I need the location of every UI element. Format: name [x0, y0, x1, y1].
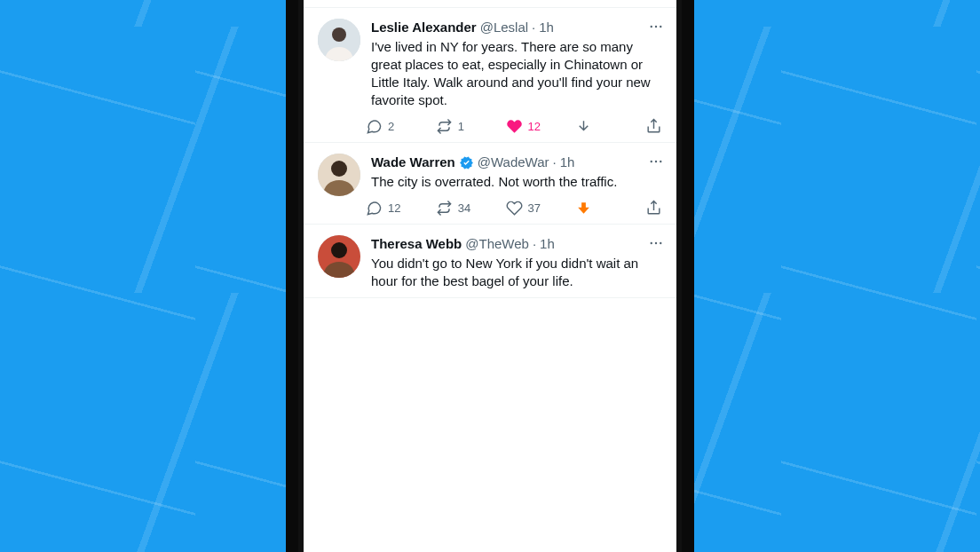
- reply-button[interactable]: 12: [366, 200, 436, 217]
- svg-point-11: [331, 242, 347, 258]
- tweet[interactable]: Wade Warren @WadeWar · 1h The city is ov…: [304, 143, 676, 225]
- reply-count: 2: [388, 120, 394, 133]
- verified-badge-icon: [459, 155, 474, 170]
- retweet-button[interactable]: 34: [436, 200, 506, 217]
- like-count: 12: [528, 120, 541, 133]
- retweet-icon: [436, 118, 453, 135]
- svg-point-3: [655, 26, 657, 28]
- downvote-icon-filled: [575, 200, 592, 217]
- reply-icon: [366, 118, 383, 135]
- tweet-text: I've lived in NY for years. There are so…: [371, 38, 662, 109]
- tweet-text: You didn't go to New York if you didn't …: [371, 255, 662, 290]
- svg-point-6: [331, 161, 347, 177]
- author-handle[interactable]: @Leslal: [480, 19, 528, 36]
- svg-point-1: [332, 28, 346, 42]
- downvote-button[interactable]: [575, 118, 645, 135]
- retweet-count: 1: [458, 120, 464, 133]
- avatar[interactable]: [318, 235, 360, 278]
- like-count: 37: [528, 201, 541, 215]
- reply-count: 12: [388, 201, 400, 215]
- like-icon-filled: [506, 118, 523, 135]
- avatar[interactable]: [318, 19, 360, 61]
- retweet-icon: [436, 200, 453, 217]
- reply-button[interactable]: 2: [366, 118, 436, 135]
- share-icon: [645, 118, 662, 135]
- svg-point-7: [651, 161, 652, 162]
- share-button[interactable]: [645, 118, 662, 135]
- tweet-time[interactable]: 1h: [539, 19, 554, 36]
- svg-point-2: [651, 26, 652, 28]
- author-handle[interactable]: @WadeWar: [478, 154, 549, 171]
- avatar[interactable]: [318, 154, 360, 196]
- tweet-body: Theresa Webb @TheWeb · 1h You didn't go …: [371, 235, 662, 290]
- author-name[interactable]: Leslie Alexander: [371, 19, 477, 36]
- app-screen: 35 Retweets 9 Quote Retweets 297 Likes L…: [304, 0, 676, 552]
- tweet-header: Leslie Alexander @Leslal · 1h: [371, 19, 662, 36]
- main-actions-row: [304, 0, 676, 8]
- more-icon[interactable]: [648, 235, 664, 251]
- author-name[interactable]: Wade Warren: [371, 154, 455, 171]
- author-name[interactable]: Theresa Webb: [371, 235, 462, 253]
- more-icon[interactable]: [648, 154, 664, 170]
- like-button[interactable]: 37: [506, 200, 576, 217]
- svg-point-12: [651, 242, 652, 244]
- tweet[interactable]: Theresa Webb @TheWeb · 1h You didn't go …: [304, 225, 676, 298]
- phone-frame: 35 Retweets 9 Quote Retweets 297 Likes L…: [286, 0, 694, 552]
- sep: ·: [533, 235, 536, 253]
- scroll-area[interactable]: 35 Retweets 9 Quote Retweets 297 Likes L…: [304, 0, 676, 298]
- tweet-text: The city is overrated. Not worth the tra…: [371, 173, 662, 191]
- author-handle[interactable]: @TheWeb: [465, 235, 529, 253]
- retweet-count: 34: [458, 201, 470, 215]
- share-icon: [645, 200, 662, 217]
- tweet-header: Wade Warren @WadeWar · 1h: [371, 154, 662, 171]
- svg-point-14: [660, 242, 661, 244]
- tweet-header: Theresa Webb @TheWeb · 1h: [371, 235, 662, 253]
- tweet-time[interactable]: 1h: [540, 235, 555, 253]
- tweet-actions: 12 34 37: [366, 200, 662, 217]
- sep: ·: [532, 19, 535, 36]
- tweet-body: Wade Warren @WadeWar · 1h The city is ov…: [371, 154, 662, 217]
- tweet-time[interactable]: 1h: [560, 154, 575, 171]
- downvote-icon: [575, 118, 592, 135]
- downvote-button[interactable]: [575, 200, 645, 217]
- sep: ·: [553, 154, 557, 171]
- more-icon[interactable]: [648, 19, 664, 35]
- retweet-button[interactable]: 1: [436, 118, 506, 135]
- svg-point-8: [655, 161, 657, 162]
- like-button[interactable]: 12: [506, 118, 576, 135]
- like-icon: [506, 200, 523, 217]
- share-button[interactable]: [645, 200, 662, 217]
- reply-icon: [366, 200, 383, 217]
- tweet-body: Leslie Alexander @Leslal · 1h I've lived…: [371, 19, 662, 135]
- svg-point-13: [655, 242, 657, 244]
- svg-point-9: [660, 161, 661, 162]
- phone-inner: 35 Retweets 9 Quote Retweets 297 Likes L…: [298, 0, 682, 552]
- tweet-actions: 2 1 12: [366, 118, 662, 135]
- svg-point-4: [660, 26, 661, 28]
- tweet[interactable]: Leslie Alexander @Leslal · 1h I've lived…: [304, 8, 676, 143]
